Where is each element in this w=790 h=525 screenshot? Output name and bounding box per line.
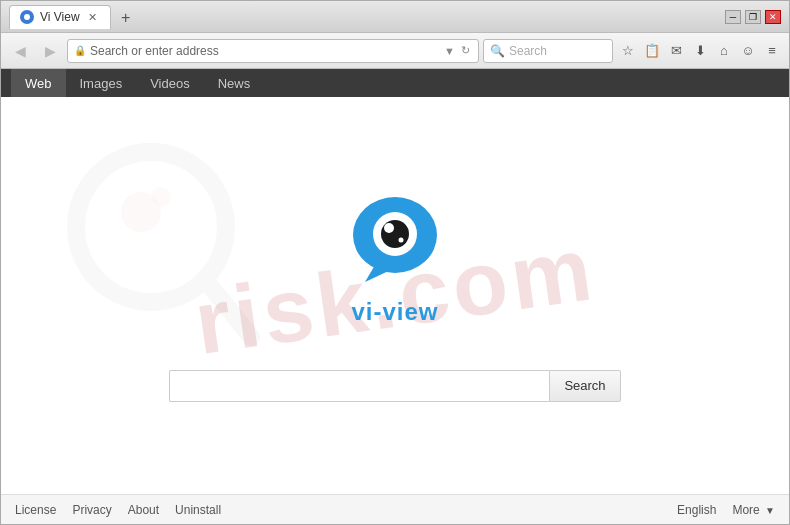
restore-button[interactable]: ❐ [745,10,761,24]
title-bar: Vi View ✕ + ─ ❐ ✕ [1,1,789,33]
new-tab-button[interactable]: + [115,7,137,29]
back-button[interactable]: ◀ [7,38,33,64]
tab-favicon [20,10,34,24]
tab-images[interactable]: Images [66,69,137,97]
footer-uninstall-link[interactable]: Uninstall [175,503,221,517]
address-lock-icon: 🔒 [74,45,86,56]
footer-english[interactable]: English [677,503,716,517]
tab-web[interactable]: Web [11,69,66,97]
footer-links: License Privacy About Uninstall [15,503,221,517]
center-container: vi-view Search [169,190,620,402]
svg-point-7 [381,220,409,248]
active-tab[interactable]: Vi View ✕ [9,5,111,29]
forward-button[interactable]: ▶ [37,38,63,64]
footer-right: English More ▼ [677,503,775,517]
footer: License Privacy About Uninstall English … [1,494,789,524]
search-nav-icon: 🔍 [490,44,505,58]
nav-bar: ◀ ▶ 🔒 Search or enter address ▼ ↻ 🔍 Sear… [1,33,789,69]
tabs-bar: Web Images Videos News [1,69,789,97]
minimize-button[interactable]: ─ [725,10,741,24]
main-content: risk.com [1,97,789,494]
logo-name: vi-view [351,298,438,326]
browser-window: Vi View ✕ + ─ ❐ ✕ ◀ ▶ 🔒 Search or enter … [0,0,790,525]
footer-more[interactable]: More ▼ [732,503,775,517]
more-arrow-icon: ▼ [765,505,775,516]
address-actions: ▼ ↻ [442,44,472,57]
toolbar-icons: ☆ 📋 ✉ ⬇ ⌂ ☺ ≡ [617,40,783,62]
download-icon[interactable]: ⬇ [689,40,711,62]
search-button[interactable]: Search [549,370,620,402]
window-controls: ─ ❐ ✕ [725,10,781,24]
menu-icon[interactable]: ≡ [761,40,783,62]
footer-about-link[interactable]: About [128,503,159,517]
refresh-icon[interactable]: ↻ [459,44,472,57]
close-button[interactable]: ✕ [765,10,781,24]
smiley-icon[interactable]: ☺ [737,40,759,62]
search-input[interactable] [169,370,549,402]
logo-area: vi-view [345,190,445,326]
tab-title: Vi View [40,10,80,24]
mail-icon[interactable]: ✉ [665,40,687,62]
footer-privacy-link[interactable]: Privacy [72,503,111,517]
svg-point-9 [398,237,403,242]
address-bar[interactable]: 🔒 Search or enter address ▼ ↻ [67,39,479,63]
tab-close-button[interactable]: ✕ [86,10,100,24]
search-box-nav[interactable]: 🔍 Search [483,39,613,63]
svg-marker-5 [365,265,395,282]
svg-point-2 [151,187,171,207]
home-icon[interactable]: ⌂ [713,40,735,62]
logo-svg [345,190,445,290]
tab-videos[interactable]: Videos [136,69,204,97]
svg-point-8 [384,223,394,233]
search-nav-text: Search [509,44,547,58]
address-text: Search or enter address [90,44,438,58]
download-manager-icon[interactable]: 📋 [641,40,663,62]
tab-bar: Vi View ✕ + [9,5,725,29]
footer-license-link[interactable]: License [15,503,56,517]
tab-news[interactable]: News [204,69,265,97]
dropdown-icon[interactable]: ▼ [442,45,457,57]
svg-point-1 [121,192,161,232]
star-icon[interactable]: ☆ [617,40,639,62]
search-row: Search [169,370,620,402]
